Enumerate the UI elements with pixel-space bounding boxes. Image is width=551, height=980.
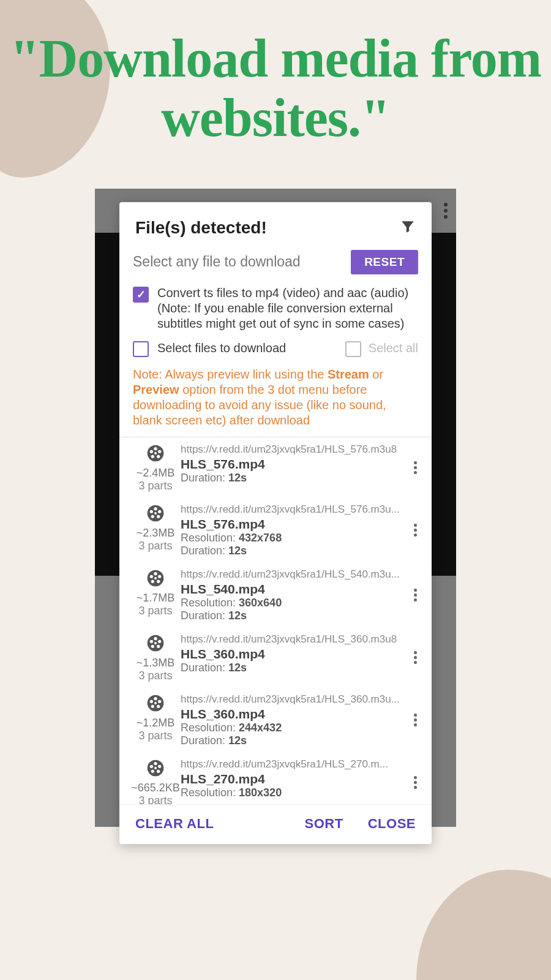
download-modal: File(s) detected! Select any file to dow… <box>119 202 432 844</box>
convert-option-row[interactable]: Convert ts files to mp4 (video) and aac … <box>119 283 432 337</box>
sort-button[interactable]: SORT <box>305 816 343 832</box>
svg-point-22 <box>154 637 157 640</box>
select-all-checkbox[interactable] <box>345 341 361 357</box>
svg-point-2 <box>158 450 161 453</box>
file-item[interactable]: ~2.4MB 3 parts https://v.redd.it/um23jxv… <box>119 437 432 497</box>
film-reel-icon <box>146 443 165 463</box>
phone-frame: File(s) detected! Select any file to dow… <box>95 189 456 827</box>
file-duration: Duration: 12s <box>181 472 407 484</box>
svg-point-15 <box>154 572 157 575</box>
file-resolution: Resolution: 360x640 <box>181 597 407 609</box>
svg-point-40 <box>150 764 153 767</box>
select-files-option[interactable]: Select files to download <box>133 340 286 357</box>
file-url: https://v.redd.it/um23jxvqk5ra1/HLS_270.… <box>181 758 407 771</box>
file-size: ~2.3MB <box>137 527 175 540</box>
file-name: HLS_360.mp4 <box>181 647 407 662</box>
svg-point-24 <box>157 644 160 647</box>
svg-point-16 <box>158 575 161 578</box>
select-files-checkbox[interactable] <box>133 341 149 357</box>
svg-point-25 <box>151 644 154 647</box>
svg-point-18 <box>151 579 154 582</box>
file-duration: Duration: 12s <box>181 609 407 622</box>
svg-point-10 <box>157 514 160 518</box>
modal-subtitle: Select any file to download <box>133 254 301 270</box>
svg-point-36 <box>154 762 157 765</box>
file-url: https://v.redd.it/um23jxvqk5ra1/HLS_540.… <box>181 568 407 581</box>
file-item[interactable]: ~1.2MB 3 parts https://v.redd.it/um23jxv… <box>119 687 432 752</box>
close-button[interactable]: CLOSE <box>368 816 416 832</box>
file-resolution: Resolution: 180x320 <box>181 786 407 799</box>
svg-point-23 <box>158 639 161 643</box>
convert-label: Convert ts files to mp4 (video) and aac … <box>157 285 418 331</box>
file-size: ~665.2KB <box>131 782 180 794</box>
file-resolution: Resolution: 244x432 <box>181 722 407 734</box>
film-reel-icon <box>146 633 165 653</box>
file-duration: Duration: 12s <box>181 734 407 747</box>
modal-footer: CLEAR ALL SORT CLOSE <box>119 804 432 844</box>
svg-point-6 <box>154 452 157 454</box>
film-reel-icon <box>146 693 165 713</box>
svg-point-4 <box>151 454 154 458</box>
overflow-icon[interactable] <box>444 203 448 219</box>
svg-point-30 <box>158 699 161 703</box>
item-menu-icon[interactable] <box>414 714 417 726</box>
file-name: HLS_360.mp4 <box>181 707 407 722</box>
file-size: ~2.4MB <box>137 467 175 480</box>
file-url: https://v.redd.it/um23jxvqk5ra1/HLS_576.… <box>181 443 407 456</box>
file-name: HLS_576.mp4 <box>181 457 407 472</box>
svg-point-31 <box>157 704 160 707</box>
item-menu-icon[interactable] <box>414 776 417 789</box>
svg-point-33 <box>150 699 153 703</box>
file-size: ~1.2MB <box>137 717 175 729</box>
select-all-label: Select all <box>369 341 418 355</box>
item-menu-icon[interactable] <box>414 589 417 601</box>
convert-checkbox[interactable] <box>133 287 149 303</box>
svg-point-38 <box>157 769 160 772</box>
svg-point-41 <box>154 767 157 769</box>
file-resolution: Resolution: 432x768 <box>181 532 407 545</box>
file-url: https://v.redd.it/um23jxvqk5ra1/HLS_360.… <box>181 633 407 646</box>
item-menu-icon[interactable] <box>414 651 417 664</box>
file-parts: 3 parts <box>138 480 172 492</box>
file-size: ~1.3MB <box>137 657 175 669</box>
file-parts: 3 parts <box>138 729 172 742</box>
svg-point-37 <box>158 764 161 767</box>
svg-point-13 <box>154 512 157 514</box>
file-list[interactable]: ~2.4MB 3 parts https://v.redd.it/um23jxv… <box>119 437 432 804</box>
modal-title: File(s) detected! <box>135 218 267 238</box>
reset-button[interactable]: RESET <box>351 250 418 274</box>
file-duration: Duration: 12s <box>181 662 407 674</box>
film-reel-icon <box>146 758 165 778</box>
svg-point-11 <box>151 514 154 518</box>
select-all-option[interactable]: Select all <box>345 340 418 357</box>
file-name: HLS_270.mp4 <box>181 772 407 786</box>
file-item[interactable]: ~2.3MB 3 parts https://v.redd.it/um23jxv… <box>119 497 432 562</box>
svg-point-29 <box>154 697 157 700</box>
file-parts: 3 parts <box>138 605 172 617</box>
file-item[interactable]: ~1.3MB 3 parts https://v.redd.it/um23jxv… <box>119 627 432 687</box>
svg-point-9 <box>158 510 161 513</box>
svg-point-32 <box>151 704 154 707</box>
svg-point-12 <box>150 510 153 513</box>
file-item[interactable]: ~1.7MB 3 parts https://v.redd.it/um23jxv… <box>119 562 432 627</box>
preview-note: Note: Always preview link using the Stre… <box>119 364 432 437</box>
filter-icon[interactable] <box>400 219 416 237</box>
svg-point-39 <box>151 769 154 772</box>
file-url: https://v.redd.it/um23jxvqk5ra1/HLS_360.… <box>181 693 407 706</box>
item-menu-icon[interactable] <box>414 524 417 537</box>
item-menu-icon[interactable] <box>414 461 417 474</box>
bg-blob-bottom-right <box>416 870 551 980</box>
file-item[interactable]: ~665.2KB 3 parts https://v.redd.it/um23j… <box>119 752 432 804</box>
file-parts: 3 parts <box>138 794 172 804</box>
svg-point-19 <box>150 575 153 578</box>
svg-point-3 <box>157 454 160 458</box>
promo-headline: "Download media from websites." <box>0 0 551 170</box>
file-name: HLS_576.mp4 <box>181 517 407 532</box>
film-reel-icon <box>146 568 165 588</box>
svg-point-34 <box>154 702 157 704</box>
clear-all-button[interactable]: CLEAR ALL <box>135 816 214 832</box>
file-parts: 3 parts <box>138 540 172 552</box>
file-parts: 3 parts <box>138 669 172 682</box>
file-name: HLS_540.mp4 <box>181 582 407 597</box>
svg-point-20 <box>154 577 157 579</box>
